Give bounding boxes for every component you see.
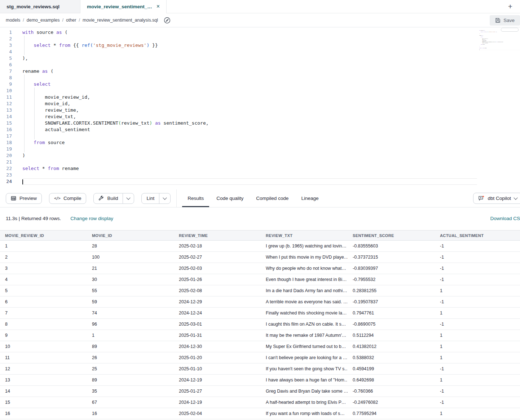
build-dropdown[interactable] (123, 193, 134, 204)
lint-button[interactable]: Lint (142, 193, 159, 204)
preview-button[interactable]: Preview (6, 193, 42, 204)
breadcrumb-segment[interactable]: movie_review_sentiment_analysis.sql (83, 18, 158, 23)
table-cell: 2025-01-20 (174, 355, 261, 360)
code-line[interactable]: movie_review_id, (22, 94, 520, 100)
table-row[interactable]: 8962025-03-01I caught this film on AZN o… (0, 319, 520, 330)
code-line[interactable]: ) (22, 152, 520, 159)
table-row[interactable]: 21002025-02-27When I put this movie in m… (0, 252, 520, 263)
table-cell: 2024-12-29 (174, 299, 261, 304)
code-line[interactable] (22, 133, 520, 139)
table-row[interactable]: 10892024-12-30My Super Ex Girlfriend tur… (0, 341, 520, 352)
table-row[interactable]: 912025-01-31It may be the remake of 1987… (0, 330, 520, 341)
table-row[interactable]: 14352025-01-27Greg Davis and Bryan Daly … (0, 386, 520, 397)
table-cell: 25 (87, 366, 174, 371)
table-cell: 2025-02-03 (174, 266, 261, 271)
dbt-copilot-button[interactable]: dbt Copilot (473, 193, 520, 204)
tab-stg-movie-reviews[interactable]: stg_movie_reviews.sql (0, 0, 80, 13)
code-line[interactable]: movie_id, (22, 100, 520, 107)
table-cell: 16 (0, 411, 87, 416)
action-toolbar: Preview </> Compile Build Lint Results C… (0, 189, 520, 207)
table-cell: 0.28381255 (348, 288, 435, 293)
table-row[interactable]: 7742024-12-24Finally watched this shocki… (0, 308, 520, 319)
code-line[interactable]: with source as ( (22, 29, 520, 36)
code-editor[interactable]: 123456789101112131415161718192021222324 … (0, 27, 520, 189)
table-body: 1282025-02-18I grew up (b. 1965) watchin… (0, 241, 520, 420)
compass-icon[interactable] (164, 17, 171, 24)
code-line[interactable] (22, 36, 520, 42)
change-row-display-link[interactable]: Change row display (70, 216, 113, 221)
save-button[interactable]: Save (490, 15, 520, 26)
new-tab-button[interactable]: + (506, 2, 515, 11)
table-row[interactable]: 12252025-01-10If you haven't seen the go… (0, 363, 520, 375)
table-cell: 13 (0, 377, 87, 383)
code-line[interactable]: review_txt, (22, 113, 520, 120)
breadcrumb-separator: / (23, 18, 24, 23)
copilot-chat-icon (478, 195, 484, 201)
table-cell: 28 (87, 243, 174, 249)
copilot-label: dbt Copilot (488, 196, 511, 201)
floppy-icon (495, 18, 501, 23)
table-row[interactable]: 4302025-01-26Even though I have great in… (0, 274, 520, 285)
table-cell: 0.41382012 (348, 344, 435, 349)
code-line[interactable] (22, 178, 520, 185)
tab-results[interactable]: Results (188, 189, 204, 207)
column-header-actual-sentiment[interactable]: ACTUAL_SENTIMENT (435, 233, 520, 238)
table-cell: 0.7947761 (348, 310, 435, 316)
table-row[interactable]: 1282025-02-18I grew up (b. 1965) watchin… (0, 241, 520, 252)
code-line[interactable]: select * from {{ ref('stg_movie_reviews'… (22, 42, 520, 49)
table-row[interactable]: 5552025-02-08Im a die hard Dads Army fan… (0, 285, 520, 296)
table-cell: Im a die hard Dads Army fan and nothi… (261, 288, 348, 293)
save-label: Save (503, 18, 515, 23)
column-header-review-txt[interactable]: REVIEW_TXT (261, 233, 348, 238)
table-cell: 2025-03-01 (174, 322, 261, 327)
breadcrumb-segment[interactable]: models (6, 18, 20, 23)
code-line[interactable]: ), (22, 55, 520, 62)
editor-tab-strip: stg_movie_reviews.sql movie_review_senti… (0, 0, 520, 13)
code-line[interactable]: review_time, (22, 107, 520, 113)
code-line[interactable] (22, 49, 520, 55)
table-cell: My Super Ex Girlfriend turned out to b… (261, 344, 348, 349)
code-line[interactable]: select (22, 81, 520, 88)
table-row[interactable]: 13892024-12-19I have always been a huge … (0, 375, 520, 386)
lint-dropdown[interactable] (159, 193, 170, 204)
code-line[interactable] (22, 146, 520, 152)
code-line[interactable]: select * from rename (22, 165, 520, 172)
tab-movie-review-sentiment[interactable]: movie_review_sentiment_… × (80, 0, 167, 13)
table-row[interactable]: 6592024-12-29A terrible movie as everyon… (0, 296, 520, 308)
table-cell: -0.37372315 (348, 255, 435, 260)
table-cell: -0.760366 (348, 389, 435, 394)
code-line[interactable] (479, 49, 520, 50)
column-header-movie-id[interactable]: MOVIE_ID (87, 233, 174, 238)
build-button[interactable]: Build (94, 193, 123, 204)
column-header-sentiment-score[interactable]: SENTIMENT_SCORE (348, 233, 435, 238)
table-cell: 14 (0, 389, 87, 394)
minimap[interactable]: with source as ( select * from {{ ref('s… (477, 27, 520, 187)
close-tab-icon[interactable]: × (157, 4, 160, 9)
breadcrumb-segment[interactable]: other (66, 18, 76, 23)
download-csv-link[interactable]: Download CSV (490, 216, 520, 221)
column-header-movie-review-id[interactable]: MOVIE_REVIEW_ID (0, 233, 87, 238)
breadcrumb-segment[interactable]: demo_examples (27, 18, 60, 23)
code-lines[interactable]: with source as ( select * from {{ ref('s… (14, 29, 520, 189)
code-line[interactable] (22, 159, 520, 165)
table-cell: -0.19507837 (348, 299, 435, 304)
code-line[interactable]: from source (22, 139, 520, 146)
table-row[interactable]: 15672024-12-19A half-hearted attempt to … (0, 397, 520, 408)
tab-lineage[interactable]: Lineage (301, 189, 318, 207)
table-cell: 0.4594199 (348, 366, 435, 371)
table-row[interactable]: 11262025-01-20I can't believe people are… (0, 352, 520, 363)
table-row[interactable]: 16162025-02-04If you want a fun romp wit… (0, 408, 520, 419)
code-line[interactable]: actual_sentiment (22, 126, 520, 133)
column-header-review-time[interactable]: REVIEW_TIME (174, 233, 261, 238)
code-line[interactable]: rename as ( (22, 68, 520, 75)
code-line[interactable] (22, 172, 520, 178)
tab-code-quality[interactable]: Code quality (216, 189, 243, 207)
tab-compiled-code[interactable]: Compiled code (256, 189, 288, 207)
compile-button[interactable]: </> Compile (49, 193, 86, 204)
code-line[interactable] (22, 62, 520, 68)
table-row[interactable]: 3212025-02-03Why do people who do not kn… (0, 263, 520, 274)
code-line[interactable]: SNOWFLAKE.CORTEX.SENTIMENT(review_txt) a… (22, 120, 520, 126)
code-icon: </> (54, 196, 60, 201)
code-line[interactable] (22, 75, 520, 81)
code-line[interactable] (22, 88, 520, 94)
